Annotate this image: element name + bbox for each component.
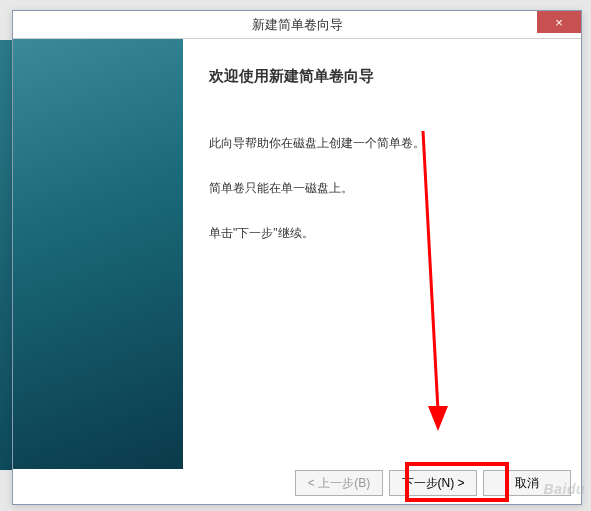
close-icon: × <box>555 15 563 30</box>
next-button[interactable]: 下一步(N) > <box>389 470 477 496</box>
button-row: < 上一步(B) 下一步(N) > 取消 <box>295 470 571 496</box>
back-button: < 上一步(B) <box>295 470 383 496</box>
wizard-heading: 欢迎使用新建简单卷向导 <box>209 67 555 86</box>
wizard-text-3: 单击"下一步"继续。 <box>209 224 555 243</box>
wizard-text-1: 此向导帮助你在磁盘上创建一个简单卷。 <box>209 134 555 153</box>
wizard-body: 欢迎使用新建简单卷向导 此向导帮助你在磁盘上创建一个简单卷。 简单卷只能在单一磁… <box>13 39 581 469</box>
wizard-text-2: 简单卷只能在单一磁盘上。 <box>209 179 555 198</box>
wizard-window: 新建简单卷向导 × 欢迎使用新建简单卷向导 此向导帮助你在磁盘上创建一个简单卷。… <box>12 10 582 505</box>
close-button[interactable]: × <box>537 11 581 33</box>
wizard-content: 欢迎使用新建简单卷向导 此向导帮助你在磁盘上创建一个简单卷。 简单卷只能在单一磁… <box>183 39 581 469</box>
window-title: 新建简单卷向导 <box>13 16 581 34</box>
cancel-button[interactable]: 取消 <box>483 470 571 496</box>
wizard-side-panel <box>13 39 183 469</box>
titlebar: 新建简单卷向导 × <box>13 11 581 39</box>
